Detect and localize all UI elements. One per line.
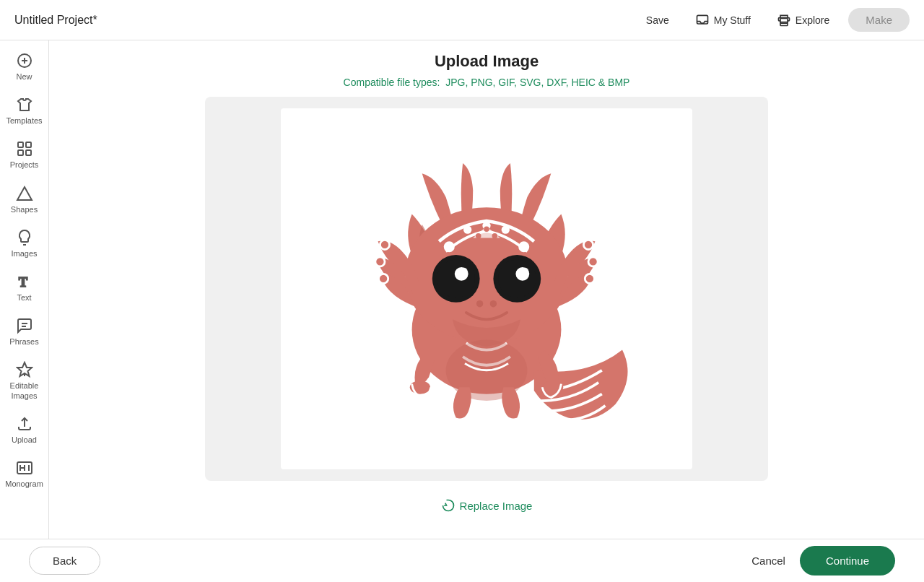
replace-image-label: Replace Image xyxy=(460,500,533,512)
svg-rect-8 xyxy=(18,150,23,155)
replace-icon xyxy=(441,498,456,513)
cancel-label: Cancel xyxy=(751,555,785,567)
svg-rect-9 xyxy=(26,150,31,155)
sidebar-item-monogram-label: Monogram xyxy=(5,479,43,489)
svg-point-25 xyxy=(463,226,471,234)
svg-point-31 xyxy=(380,240,389,249)
topbar-right: Save My Stuff Explore Make xyxy=(639,8,910,32)
sidebar-item-new[interactable]: New xyxy=(3,46,46,87)
sidebar-item-text-label: Text xyxy=(17,293,31,303)
svg-rect-7 xyxy=(26,142,31,147)
shapes-icon xyxy=(16,185,33,202)
explore-label: Explore xyxy=(796,14,829,26)
speech-icon xyxy=(16,317,33,334)
sidebar-item-images[interactable]: Images xyxy=(3,223,46,264)
printer-icon xyxy=(777,13,791,27)
sidebar-item-text[interactable]: T Text xyxy=(3,267,46,308)
svg-point-30 xyxy=(484,227,489,233)
my-stuff-label: My Stuff xyxy=(714,14,751,26)
svg-point-26 xyxy=(502,226,510,234)
my-stuff-button[interactable]: My Stuff xyxy=(688,9,758,32)
grid-icon xyxy=(16,140,33,157)
svg-point-35 xyxy=(588,257,598,266)
make-label: Make xyxy=(866,14,892,26)
explore-button[interactable]: Explore xyxy=(770,9,837,32)
make-button[interactable]: Make xyxy=(848,8,910,32)
axolotl-image xyxy=(313,119,660,459)
file-types: JPG, PNG, GIF, SVG, DXF, HEIC & BMP xyxy=(445,77,629,88)
upload-header: Upload Image Compatible file types: JPG,… xyxy=(49,40,924,97)
sidebar-item-editable-images[interactable]: Editable Images xyxy=(3,355,46,406)
topbar-left: Untitled Project* xyxy=(14,14,97,27)
svg-point-42 xyxy=(498,260,536,298)
sidebar-item-projects-label: Projects xyxy=(10,160,39,170)
svg-point-45 xyxy=(476,300,483,307)
sidebar: New Templates Projects Shapes xyxy=(0,40,49,539)
sidebar-item-phrases[interactable]: Phrases xyxy=(3,311,46,352)
svg-point-33 xyxy=(379,274,388,283)
sidebar-item-projects[interactable]: Projects xyxy=(3,134,46,175)
svg-point-29 xyxy=(492,233,498,239)
bulb-icon xyxy=(16,229,33,246)
replace-image-button[interactable]: Replace Image xyxy=(430,492,544,518)
back-label: Back xyxy=(53,555,77,567)
inbox-icon xyxy=(695,13,710,27)
svg-point-44 xyxy=(522,268,528,274)
sidebar-item-upload[interactable]: Upload xyxy=(3,409,46,451)
upload-icon xyxy=(16,415,33,433)
sidebar-item-images-label: Images xyxy=(11,249,37,259)
monogram-icon xyxy=(16,459,33,477)
bottom-right: Cancel Continue xyxy=(751,546,895,576)
sidebar-item-phrases-label: Phrases xyxy=(9,337,38,347)
sidebar-item-shapes-label: Shapes xyxy=(11,205,38,214)
svg-text:T: T xyxy=(19,275,27,290)
svg-point-38 xyxy=(437,260,475,298)
sidebar-item-upload-label: Upload xyxy=(12,435,37,445)
image-frame xyxy=(281,108,692,469)
sidebar-item-new-label: New xyxy=(16,72,32,82)
svg-rect-0 xyxy=(697,15,707,24)
svg-point-32 xyxy=(375,257,385,266)
text-icon: T xyxy=(16,273,33,290)
sidebar-item-shapes[interactable]: Shapes xyxy=(3,179,46,220)
main-layout: New Templates Projects Shapes xyxy=(0,40,924,539)
sidebar-item-editable-images-label: Editable Images xyxy=(6,381,43,400)
continue-label: Continue xyxy=(826,555,869,567)
svg-point-28 xyxy=(476,233,481,239)
plus-circle-icon xyxy=(16,52,33,69)
svg-point-46 xyxy=(490,300,497,307)
upload-subtitle: Compatible file types: JPG, PNG, GIF, SV… xyxy=(49,77,924,88)
content-area: Upload Image Compatible file types: JPG,… xyxy=(49,40,924,539)
save-button[interactable]: Save xyxy=(639,10,676,30)
svg-rect-6 xyxy=(18,142,23,147)
svg-point-40 xyxy=(461,268,467,274)
upload-title: Upload Image xyxy=(49,52,924,71)
subtitle-prefix: Compatible file types: xyxy=(344,77,440,88)
svg-point-36 xyxy=(585,274,594,283)
cancel-button[interactable]: Cancel xyxy=(751,555,785,567)
sidebar-item-templates[interactable]: Templates xyxy=(3,90,46,131)
continue-button[interactable]: Continue xyxy=(800,546,895,576)
back-button[interactable]: Back xyxy=(29,547,100,575)
project-title: Untitled Project* xyxy=(14,14,97,27)
upload-panel: Upload Image Compatible file types: JPG,… xyxy=(49,40,924,539)
sidebar-item-templates-label: Templates xyxy=(6,116,42,126)
sidebar-item-monogram[interactable]: Monogram xyxy=(3,453,46,495)
shirt-icon xyxy=(16,96,33,113)
editable-images-icon xyxy=(16,361,33,378)
image-container xyxy=(205,97,768,481)
bottom-bar: Back Cancel Continue xyxy=(0,539,924,582)
svg-point-24 xyxy=(518,241,529,252)
svg-point-23 xyxy=(444,241,455,252)
save-label: Save xyxy=(646,14,669,26)
svg-point-34 xyxy=(583,240,593,249)
topbar: Untitled Project* Save My Stuff Explore … xyxy=(0,0,924,40)
svg-marker-10 xyxy=(17,187,32,200)
